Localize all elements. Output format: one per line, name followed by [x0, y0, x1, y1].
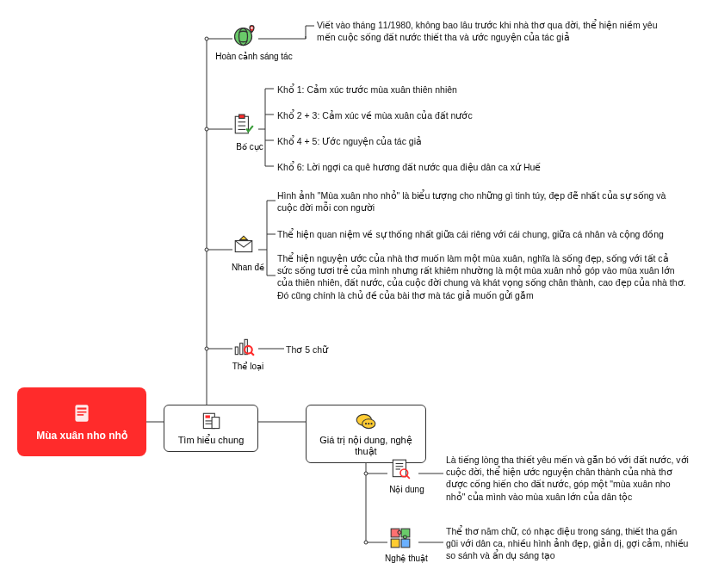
svg-point-5: [364, 541, 368, 544]
nghe-thuat-node: [389, 527, 412, 551]
bo-cuc-k3: Khổ 4 + 5: Ước nguyện của tác giả: [277, 135, 422, 147]
svg-line-39: [407, 476, 410, 479]
bo-cuc-k4: Khổ 6: Lời ngợi ca quê hương đất nước qu…: [277, 161, 541, 173]
the-loai-node: [232, 336, 255, 360]
svg-rect-24: [239, 115, 245, 118]
bo-cuc-label: Bố cục: [228, 142, 271, 152]
svg-point-19: [370, 423, 372, 424]
branch2-label: Giá trị nội dung, nghệ thuật: [315, 435, 417, 457]
svg-rect-34: [393, 460, 406, 477]
branch-tim-hieu-chung: Tìm hiểu chung: [164, 405, 258, 452]
hoan-canh-node: [232, 22, 258, 49]
svg-point-45: [403, 535, 406, 539]
svg-point-3: [205, 347, 208, 350]
nhan-de-t2: Thể hiện quan niệm về sự thống nhất giữa…: [277, 228, 686, 240]
svg-rect-23: [235, 116, 248, 133]
svg-point-20: [235, 28, 252, 46]
nghe-thuat-text: Thể thơ năm chữ, có nhạc điệu trong sáng…: [446, 525, 691, 562]
svg-line-33: [251, 353, 254, 356]
svg-rect-8: [77, 412, 87, 413]
chat-icon: [355, 411, 377, 433]
svg-point-0: [205, 37, 208, 40]
svg-rect-11: [206, 415, 210, 418]
svg-rect-43: [401, 539, 410, 548]
nhan-de-t1: Hình ảnh "Mùa xuân nho nhỏ" là biểu tượn…: [277, 189, 686, 214]
svg-point-18: [368, 423, 369, 424]
svg-rect-7: [77, 408, 87, 410]
svg-point-44: [398, 531, 401, 535]
hoan-canh-text: Viết vào tháng 11/1980, không bao lâu tr…: [317, 19, 678, 43]
book-icon: [71, 402, 93, 424]
the-loai-text: Thơ 5 chữ: [286, 344, 328, 356]
branch-gia-tri: Giá trị nội dung, nghệ thuật: [306, 405, 426, 463]
branch1-label: Tìm hiểu chung: [178, 435, 245, 446]
chart-magnify-icon: [232, 336, 255, 358]
svg-rect-29: [235, 347, 238, 355]
bo-cuc-k1: Khổ 1: Cảm xúc trước mùa xuân thiên nhiê…: [277, 84, 457, 96]
nghe-thuat-label: Nghệ thuật: [381, 554, 432, 563]
svg-rect-9: [77, 414, 84, 416]
envelope-icon: [232, 234, 255, 257]
svg-rect-6: [75, 405, 88, 422]
checklist-icon: [232, 114, 255, 136]
document-search-icon: [389, 458, 412, 480]
root-node: Mùa xuân nho nhỏ: [17, 387, 146, 456]
bo-cuc-node: [232, 114, 255, 138]
noi-dung-text: Là tiếng lòng tha thiết yêu mến và gắn b…: [446, 454, 691, 503]
globe-pin-icon: [232, 22, 258, 47]
noi-dung-node: [389, 458, 412, 482]
svg-point-4: [364, 472, 368, 475]
hoan-canh-label: Hoàn cảnh sáng tác: [215, 52, 293, 61]
nhan-de-label: Nhan đề: [226, 263, 269, 272]
nhan-de-node: [232, 234, 255, 258]
noi-dung-label: Nội dung: [383, 485, 430, 494]
nhan-de-t3: Thể hiện nguyện ước của nhà thơ muốn làm…: [277, 252, 686, 301]
bo-cuc-k2: Khổ 2 + 3: Cảm xúc về mùa xuân của đất n…: [277, 109, 473, 121]
svg-point-22: [251, 27, 253, 29]
svg-rect-30: [240, 344, 243, 355]
root-title: Mùa xuân nho nhỏ: [36, 430, 127, 442]
puzzle-icon: [389, 527, 412, 549]
svg-point-17: [365, 423, 367, 424]
svg-point-1: [205, 127, 208, 131]
svg-rect-42: [391, 539, 399, 548]
svg-rect-14: [212, 418, 220, 429]
svg-point-2: [205, 248, 208, 251]
document-icon: [200, 411, 222, 433]
the-loai-label: Thể loại: [226, 362, 269, 371]
